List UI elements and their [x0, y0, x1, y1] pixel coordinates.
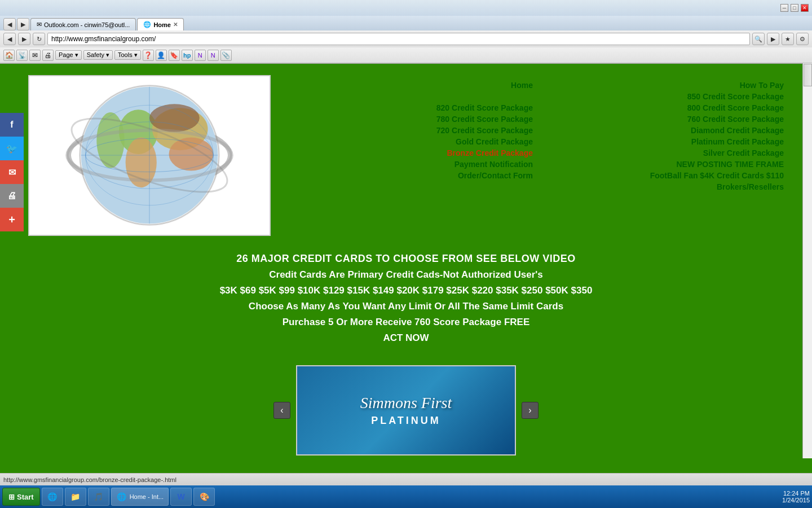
outlook-tab-label: Outlook.com - cinwin75@outl...: [44, 21, 130, 28]
nav-payment[interactable]: Payment Notification: [288, 160, 533, 169]
nav-760[interactable]: 760 Credit Score Package: [539, 115, 784, 124]
go-button[interactable]: ▶: [767, 33, 779, 45]
bank-subtitle: PLATINUM: [371, 415, 441, 427]
maximize-button[interactable]: □: [791, 4, 798, 12]
tab-home[interactable]: 🌐 Home ✕: [137, 18, 184, 30]
nav-silver[interactable]: Silver Credit Package: [539, 148, 784, 157]
nav-football[interactable]: FootBall Fan $4K Credit Cards $110: [539, 171, 784, 180]
nav-bar: ◀ ▶ ↻ 🔍 ▶ ★ ⚙: [0, 30, 812, 47]
safety-menu[interactable]: Safety ▾: [83, 50, 113, 60]
nav-platinum[interactable]: Platinum Credit Package: [539, 137, 784, 146]
facebook-button[interactable]: f: [0, 113, 24, 137]
outlook-tab-icon: ✉: [37, 21, 42, 28]
video-inner: Simmons First PLATINUM: [297, 366, 515, 454]
onenote-icon[interactable]: N: [195, 50, 206, 61]
nav-850[interactable]: 850 Credit Score Package: [539, 92, 784, 101]
title-bar: ─ □ ✕: [0, 0, 812, 16]
help-icon[interactable]: ❓: [143, 50, 154, 61]
nav-820[interactable]: 820 Credit Score Package: [288, 103, 533, 112]
mail-icon[interactable]: ✉: [29, 50, 41, 61]
main-content: Home How To Pay 850 Credit Score Package…: [0, 64, 812, 472]
address-bar[interactable]: [47, 33, 750, 45]
toolbar-bar: 🏠 📡 ✉ 🖨 Page ▾ Safety ▾ Tools ▾ ❓ 👤 🔖 hp…: [0, 47, 812, 63]
content-layout: Home How To Pay 850 Credit Score Package…: [28, 75, 784, 236]
forward-button[interactable]: ▶: [17, 18, 29, 30]
tools-menu[interactable]: Tools ▾: [114, 50, 141, 60]
heading-5: Purchase 5 Or More Receive 760 Score Pac…: [39, 317, 773, 328]
tools-button[interactable]: ⚙: [796, 33, 809, 45]
nav-brokers[interactable]: Brokers/Resellers: [539, 182, 784, 191]
video-next-button[interactable]: ›: [522, 402, 539, 419]
globe-image: [28, 75, 271, 236]
plus-button[interactable]: +: [0, 208, 24, 231]
favorites-button[interactable]: ★: [782, 33, 794, 45]
heading-4: Choose As Many As You Want Any Limit Or …: [39, 301, 773, 312]
bank-name: Simmons First: [360, 394, 452, 412]
video-section: ‹ Simmons First PLATINUM ›: [28, 360, 784, 461]
hp-icon[interactable]: hp: [182, 50, 193, 61]
nav-780[interactable]: 780 Credit Score Package: [288, 115, 533, 124]
nav-new-posting[interactable]: NEW POSTING TIME FRAME: [539, 160, 784, 169]
rss-icon[interactable]: 📡: [16, 50, 28, 61]
tab-outlook[interactable]: ✉ Outlook.com - cinwin75@outl...: [30, 18, 136, 30]
nav-home[interactable]: Home: [288, 81, 533, 90]
extra-icon[interactable]: 📎: [220, 50, 232, 61]
heading-6: ACT NOW: [39, 332, 773, 344]
video-frame: Simmons First PLATINUM: [296, 365, 516, 456]
nav-720[interactable]: 720 Credit Score Package: [288, 126, 533, 135]
heading-1: 26 MAJOR CREDIT CARDS TO CHOOSE FROM SEE…: [39, 253, 773, 265]
forward-nav-button[interactable]: ▶: [18, 33, 30, 45]
nav-gold[interactable]: Gold Credit Package: [288, 137, 533, 146]
video-prev-button[interactable]: ‹: [273, 402, 290, 419]
search-button[interactable]: 🔍: [752, 33, 765, 45]
back-nav-button[interactable]: ◀: [3, 33, 16, 45]
nav-bronze[interactable]: Bronze Credit Package: [288, 148, 533, 157]
print-button[interactable]: 🖨: [0, 184, 24, 208]
home-tab-label: Home: [153, 21, 171, 28]
nav-menu: Home How To Pay 850 Credit Score Package…: [288, 75, 784, 191]
back-button[interactable]: ◀: [3, 18, 16, 30]
twitter-button[interactable]: 🐦: [0, 137, 24, 160]
heading-2: Credit Cards Are Primary Credit Cads-Not…: [39, 269, 773, 281]
onenote2-icon[interactable]: N: [208, 50, 219, 61]
heading-3: $3K $69 $5K $99 $10K $129 $15K $149 $20K…: [39, 285, 773, 296]
nav-diamond[interactable]: Diamond Credit Package: [539, 126, 784, 135]
social-sidebar: f 🐦 ✉ 🖨 +: [0, 113, 24, 231]
close-button[interactable]: ✕: [801, 4, 809, 12]
scrollbar-thumb[interactable]: [804, 64, 812, 86]
bookmark-icon[interactable]: 🔖: [169, 50, 180, 61]
tabs-bar: ◀ ▶ ✉ Outlook.com - cinwin75@outl... 🌐 H…: [0, 16, 812, 30]
scrollbar[interactable]: [802, 63, 812, 458]
minimize-button[interactable]: ─: [780, 4, 788, 12]
home-tab-close[interactable]: ✕: [173, 21, 178, 28]
nav-how-to-pay[interactable]: How To Pay: [539, 81, 784, 90]
person-icon[interactable]: 👤: [156, 50, 167, 61]
info-section: 26 MAJOR CREDIT CARDS TO CHOOSE FROM SEE…: [28, 236, 784, 360]
home-tab-icon: 🌐: [143, 21, 151, 28]
nav-800[interactable]: 800 Credit Score Package: [539, 103, 784, 112]
print-toolbar-icon[interactable]: 🖨: [42, 50, 54, 61]
browser-chrome: ─ □ ✕ ◀ ▶ ✉ Outlook.com - cinwin75@outl.…: [0, 0, 812, 64]
email-button[interactable]: ✉: [0, 160, 24, 184]
home-toolbar-icon[interactable]: 🏠: [3, 50, 15, 61]
nav-order[interactable]: Order/Contact Form: [288, 171, 533, 180]
refresh-button[interactable]: ↻: [33, 33, 45, 45]
page-menu[interactable]: Page ▾: [55, 50, 82, 60]
